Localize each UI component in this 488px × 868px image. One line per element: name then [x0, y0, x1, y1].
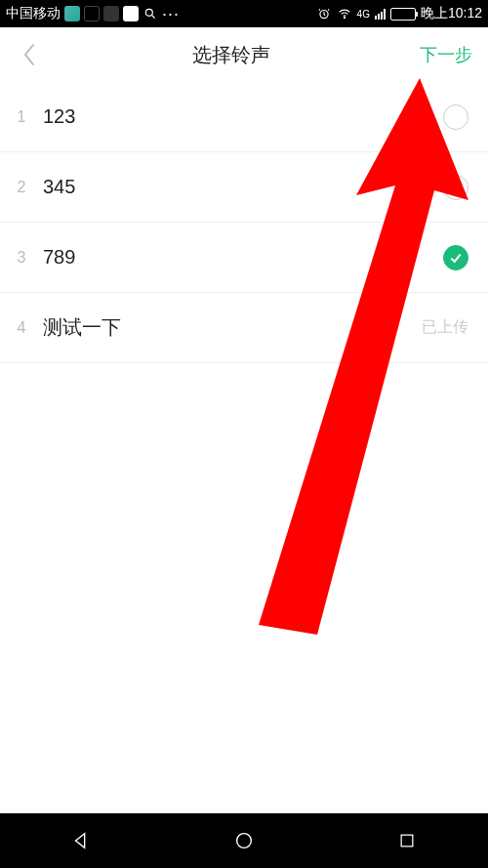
- list-item[interactable]: 2 345: [0, 152, 488, 223]
- alarm-icon: [316, 6, 332, 21]
- svg-point-6: [237, 834, 252, 848]
- back-button[interactable]: [16, 41, 43, 68]
- nav-back-button[interactable]: [42, 821, 120, 860]
- wifi-icon: [337, 6, 352, 21]
- app-header: 选择铃声 下一步: [0, 27, 488, 82]
- system-nav-bar: [0, 813, 488, 868]
- list-item[interactable]: 3 789: [0, 223, 488, 293]
- clock: 晚上10:12: [421, 5, 482, 22]
- status-right: 4G 晚上10:12: [316, 5, 482, 22]
- app-icon-3: [103, 6, 119, 21]
- status-left: 中国移动 ···: [6, 5, 180, 22]
- more-dots-icon: ···: [162, 7, 180, 21]
- status-badge: 已上传: [422, 317, 468, 338]
- ringtone-list: 1 123 2 345 3 789 4 测试一下 已上传: [0, 82, 488, 363]
- list-item-label: 123: [43, 105, 443, 128]
- signal-icon: [375, 8, 386, 20]
- list-item-label: 测试一下: [43, 314, 422, 341]
- list-item-label: 789: [43, 246, 443, 269]
- network-label: 4G: [357, 9, 370, 20]
- svg-marker-5: [76, 834, 85, 848]
- list-item-number: 3: [0, 249, 43, 267]
- list-item-number: 4: [0, 319, 43, 337]
- list-item[interactable]: 4 测试一下 已上传: [0, 293, 488, 363]
- radio-unchecked-icon[interactable]: [443, 175, 468, 200]
- list-item-label: 345: [43, 176, 443, 198]
- svg-line-1: [152, 16, 155, 19]
- next-button[interactable]: 下一步: [420, 43, 472, 66]
- svg-point-0: [145, 9, 152, 16]
- list-item-number: 1: [0, 108, 43, 126]
- nav-home-button[interactable]: [205, 821, 283, 860]
- carrier-label: 中国移动: [6, 5, 61, 22]
- app-icon-1: [64, 6, 80, 21]
- app-icon-4: [123, 6, 139, 21]
- search-icon: [142, 6, 158, 21]
- status-bar: 中国移动 ··· 4G 晚上10:12: [0, 0, 488, 27]
- radio-checked-icon[interactable]: [443, 245, 468, 270]
- nav-recent-button[interactable]: [368, 821, 446, 860]
- battery-icon: [390, 8, 416, 21]
- radio-unchecked-icon[interactable]: [443, 104, 468, 130]
- svg-point-3: [344, 18, 345, 19]
- svg-rect-7: [401, 835, 413, 847]
- app-icon-2: [84, 6, 100, 21]
- page-title: 选择铃声: [43, 42, 420, 68]
- list-item[interactable]: 1 123: [0, 82, 488, 152]
- list-item-number: 2: [0, 179, 43, 196]
